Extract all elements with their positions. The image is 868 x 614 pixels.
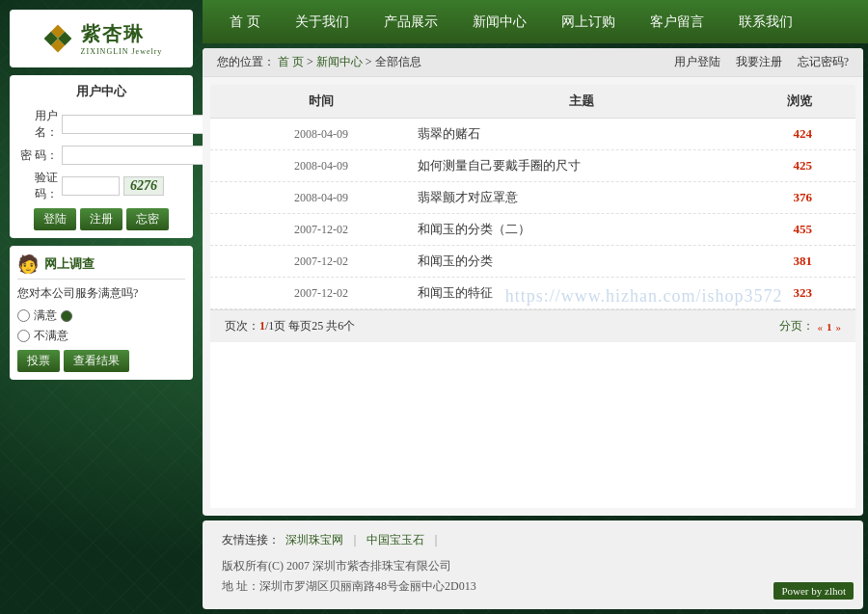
login-link[interactable]: 用户登陆 (674, 54, 720, 70)
captcha-input[interactable] (62, 176, 120, 196)
page-last[interactable]: » (836, 321, 842, 333)
pagination-bar: 页次：1/1页 每页25 共6个 分页： « 1 » (210, 309, 855, 342)
footer-links: 友情连接： 深圳珠宝网 ｜ 中国宝玉石 ｜ (222, 532, 844, 548)
header-time: 时间 (225, 93, 418, 110)
row-title-2: 如何测量自己要戴手圈的尺寸 (418, 157, 745, 174)
separator-2: ｜ (430, 532, 442, 548)
header-views: 浏览 (745, 93, 841, 110)
pagination-info: 页次：1/1页 每页25 共6个 (225, 318, 355, 334)
breadcrumb-current: 全部信息 (375, 55, 421, 68)
captcha-row: 验证码： 6276 (17, 170, 185, 202)
table-row: 2007-12-02 和闻玉的分类（二） 455 (210, 214, 855, 246)
table-row: 2008-04-09 翡翠颤才对应罩意 376 (210, 182, 855, 214)
separator-1: ｜ (349, 532, 361, 548)
register-button[interactable]: 注册 (80, 208, 122, 230)
survey-option-1: 满意 (17, 307, 185, 324)
row-title-1: 翡翠的赌石 (418, 125, 745, 143)
logo-text: 紫杏琳 ZIXINGLIN Jewelry (81, 21, 163, 56)
news-table: 时间 主题 浏览 https://www.hizhan.com/ishop357… (210, 85, 855, 508)
logo-chinese: 紫杏琳 (81, 21, 145, 47)
row-date-4: 2007-12-02 (225, 223, 418, 237)
nav-products[interactable]: 产品展示 (366, 0, 455, 43)
radio-selected-indicator (61, 310, 72, 322)
survey-option-label-unsatisfied: 不满意 (34, 328, 68, 344)
survey-icon: 🧑 (17, 254, 39, 275)
breadcrumb-prefix: 您的位置： (217, 55, 275, 68)
results-button[interactable]: 查看结果 (64, 350, 129, 372)
nav-order[interactable]: 网上订购 (544, 0, 633, 43)
page-1[interactable]: 1 (827, 321, 832, 333)
captcha-image: 6276 (123, 176, 164, 196)
footer-copyright: 版权所有(C) 2007 深圳市紫杏排珠宝有限公司 地 址：深圳市罗湖区贝丽南路… (222, 556, 844, 598)
row-views-4: 455 (745, 222, 841, 237)
row-views-3: 376 (745, 190, 841, 205)
table-row: 2007-12-02 和闻玉的特征 323 (210, 278, 855, 309)
captcha-group: 6276 (62, 176, 164, 196)
logo-english: ZIXINGLIN Jewelry (81, 47, 163, 56)
nav-feedback[interactable]: 客户留言 (633, 0, 721, 43)
survey-title: 🧑 网上调查 (17, 254, 185, 280)
row-date-3: 2008-04-09 (225, 191, 418, 205)
table-row: 2008-04-09 翡翠的赌石 424 (210, 119, 855, 150)
row-title-4: 和闻玉的分类（二） (418, 221, 745, 238)
captcha-label: 验证码： (17, 170, 58, 202)
survey-question: 您对本公司服务满意吗? (17, 285, 185, 302)
logo-area: 紫杏琳 ZIXINGLIN Jewelry (10, 10, 193, 67)
row-date-2: 2008-04-09 (225, 159, 418, 174)
password-input[interactable] (62, 146, 216, 165)
user-center-title: 用户中心 (17, 83, 185, 100)
login-button[interactable]: 登陆 (34, 208, 76, 230)
row-title-3: 翡翠颤才对应罩意 (418, 189, 745, 206)
forgot-button[interactable]: 忘密 (126, 208, 169, 230)
nav-home[interactable]: 首 页 (212, 0, 278, 43)
row-date-6: 2007-12-02 (225, 286, 418, 301)
main-container: 紫杏琳 ZIXINGLIN Jewelry 用户中心 用户名： 密 码： 验证码… (0, 0, 868, 614)
login-btn-row: 登陆 注册 忘密 (17, 208, 185, 230)
nav-news[interactable]: 新闻中心 (455, 0, 544, 43)
nav-contact[interactable]: 联系我们 (721, 0, 810, 43)
register-link[interactable]: 我要注册 (736, 54, 782, 70)
nav-bar: 首 页 关于我们 产品展示 新闻中心 网上订购 客户留言 联系我们 (203, 0, 868, 43)
page-first[interactable]: « (818, 321, 824, 333)
row-views-1: 424 (745, 126, 841, 142)
password-row: 密 码： (17, 146, 185, 165)
table-header: 时间 主题 浏览 (210, 85, 855, 119)
row-date-5: 2007-12-02 (225, 254, 418, 269)
row-title-6: 和闻玉的特征 (418, 284, 745, 302)
breadcrumb-bar: 您的位置： 首 页 > 新闻中心 > 全部信息 用户登陆 我要注册 忘记密码? (203, 48, 863, 77)
survey-radio-unsatisfied[interactable] (17, 330, 30, 342)
page-nav: 分页： « 1 » (779, 318, 842, 334)
table-row: 2008-04-09 如何测量自己要戴手圈的尺寸 425 (210, 150, 855, 182)
forgot-link[interactable]: 忘记密码? (798, 54, 849, 70)
username-input[interactable] (62, 115, 216, 134)
username-label: 用户名： (17, 108, 58, 141)
survey-btn-row: 投票 查看结果 (17, 350, 185, 372)
logo-icon (41, 21, 75, 56)
row-date-1: 2008-04-09 (225, 127, 418, 142)
breadcrumb-home[interactable]: 首 页 (278, 55, 304, 68)
user-center-panel: 用户中心 用户名： 密 码： 验证码： 6276 登陆 注册 忘密 (10, 75, 193, 238)
table-row: 2007-12-02 和闻玉的分类 381 (210, 246, 855, 278)
content-box: 您的位置： 首 页 > 新闻中心 > 全部信息 用户登陆 我要注册 忘记密码? (203, 48, 863, 516)
vote-button[interactable]: 投票 (17, 350, 60, 372)
sidebar: 紫杏琳 ZIXINGLIN Jewelry 用户中心 用户名： 密 码： 验证码… (0, 0, 203, 614)
row-views-2: 425 (745, 158, 841, 174)
footer-link-jade[interactable]: 中国宝玉石 (366, 532, 424, 548)
survey-radio-satisfied[interactable] (17, 309, 30, 322)
page-nav-label: 分页： (779, 318, 814, 334)
password-label: 密 码： (17, 147, 58, 164)
survey-option-2: 不满意 (17, 328, 185, 344)
breadcrumb-sep2: > (366, 55, 375, 68)
powered-badge: Power by zlhot (773, 582, 854, 600)
row-views-6: 323 (745, 285, 841, 301)
breadcrumb-news[interactable]: 新闻中心 (316, 55, 363, 68)
survey-option-label-satisfied: 满意 (34, 307, 57, 324)
nav-about[interactable]: 关于我们 (278, 0, 366, 43)
footer-link-jewelry[interactable]: 深圳珠宝网 (285, 532, 343, 548)
row-views-5: 381 (745, 254, 841, 269)
survey-panel: 🧑 网上调查 您对本公司服务满意吗? 满意 不满意 投票 查看结果 (10, 246, 193, 380)
breadcrumb-sep1: > (307, 55, 316, 68)
footer-area: 友情连接： 深圳珠宝网 ｜ 中国宝玉石 ｜ 版权所有(C) 2007 深圳市紫杏… (203, 521, 863, 609)
auth-links: 用户登陆 我要注册 忘记密码? (674, 54, 849, 70)
pagination-text: 页次：1/1页 每页25 共6个 (225, 319, 355, 333)
